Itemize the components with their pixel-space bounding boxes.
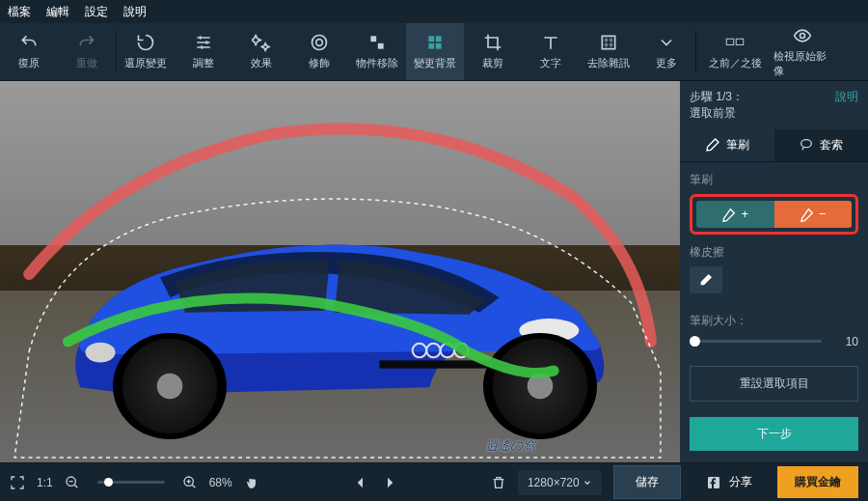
help-link[interactable]: 說明	[835, 89, 858, 105]
zoom-value: 68%	[209, 476, 232, 489]
svg-point-19	[801, 140, 812, 148]
brush-size-label: 筆刷大小：	[690, 313, 858, 329]
change-bg-button[interactable]: 變更背景	[406, 23, 464, 80]
zoom-in-icon	[182, 475, 198, 490]
zoom-out-icon	[65, 475, 80, 490]
eraser-icon	[698, 272, 714, 288]
fit-screen-button[interactable]	[10, 475, 25, 490]
buy-button[interactable]: 購買金鑰	[777, 466, 858, 498]
brush-size-value: 10	[829, 335, 858, 348]
before-after-button[interactable]: 之前／之後	[696, 23, 773, 80]
zoom-out-button[interactable]	[65, 475, 80, 490]
canvas[interactable]: 逍遙の窩	[0, 81, 680, 462]
share-button[interactable]: 分享	[692, 466, 766, 498]
menu-help[interactable]: 說明	[123, 4, 147, 20]
svg-rect-10	[736, 39, 744, 44]
trash-icon	[491, 475, 506, 490]
object-remove-button[interactable]: 物件移除	[348, 23, 406, 80]
effects-button[interactable]: 效果	[232, 23, 290, 80]
menu-bar: 檔案 編輯 設定 說明	[0, 0, 868, 23]
svg-rect-3	[378, 43, 384, 49]
svg-rect-7	[436, 43, 442, 49]
tab-brush[interactable]: 筆刷	[680, 129, 774, 161]
brush-plus-icon	[721, 207, 737, 222]
toolbar: 復原 重做 還原變更 調整 效果 修飾 物件移除 變更背景 裁剪 文字 去除雜訊…	[0, 23, 868, 81]
sidebar: 步驟 1/3：選取前景 說明 筆刷 套索 筆刷 + − 橡皮	[680, 81, 868, 462]
undo-button[interactable]: 復原	[0, 23, 58, 80]
brush-size-slider[interactable]	[690, 340, 822, 343]
more-button[interactable]: 更多	[637, 23, 695, 80]
adjust-button[interactable]: 調整	[175, 23, 232, 80]
revert-button[interactable]: 還原變更	[117, 23, 175, 80]
dimensions-display[interactable]: 1280×720	[518, 470, 602, 495]
next-button[interactable]: 下一步	[690, 417, 858, 451]
svg-point-13	[86, 343, 116, 363]
svg-point-0	[312, 36, 327, 50]
brush-add-button[interactable]: +	[696, 201, 774, 228]
brush-subtract-button[interactable]: −	[774, 201, 853, 228]
brush-mode-group: + −	[690, 194, 858, 235]
svg-point-11	[800, 33, 805, 38]
svg-rect-9	[726, 39, 734, 44]
text-button[interactable]: 文字	[522, 23, 580, 80]
delete-button[interactable]	[491, 475, 506, 490]
next-image-button[interactable]	[382, 475, 397, 490]
image-content: 逍遙の窩	[0, 81, 680, 462]
fullscreen-icon	[10, 475, 25, 490]
pan-button[interactable]	[244, 475, 259, 490]
save-button[interactable]: 儲存	[613, 465, 681, 499]
main-area: 逍遙の窩 步驟 1/3：選取前景 說明 筆刷 套索 筆刷 +	[0, 81, 868, 462]
svg-rect-5	[436, 36, 442, 42]
crop-button[interactable]: 裁剪	[464, 23, 522, 80]
brush-label: 筆刷	[690, 172, 858, 188]
menu-settings[interactable]: 設定	[85, 4, 108, 20]
retouch-button[interactable]: 修飾	[290, 23, 348, 80]
step-indicator: 步驟 1/3：選取前景	[690, 89, 744, 122]
chevron-down-icon	[583, 478, 592, 487]
view-original-button[interactable]: 檢視原始影像	[773, 23, 831, 80]
status-bar: 1:1 68% 1280×720 儲存 分享 購買金鑰	[0, 462, 868, 501]
zoom-in-button[interactable]	[182, 475, 198, 490]
prev-image-button[interactable]	[353, 475, 368, 490]
svg-point-1	[316, 40, 323, 46]
svg-rect-2	[370, 36, 376, 42]
menu-file[interactable]: 檔案	[8, 4, 31, 20]
eraser-label: 橡皮擦	[690, 244, 858, 261]
menu-edit[interactable]: 編輯	[46, 4, 69, 20]
svg-rect-18	[380, 361, 500, 369]
svg-rect-6	[428, 43, 434, 49]
actual-size-button[interactable]: 1:1	[37, 476, 53, 489]
brush-icon	[705, 137, 720, 153]
svg-rect-4	[428, 36, 434, 42]
watermark: 逍遙の窩	[485, 437, 535, 455]
zoom-slider[interactable]	[97, 481, 165, 484]
hand-icon	[244, 475, 259, 490]
denoise-button[interactable]: 去除雜訊	[580, 23, 637, 80]
reset-selection-button[interactable]: 重設選取項目	[690, 366, 858, 402]
redo-button[interactable]: 重做	[58, 23, 116, 80]
brush-minus-icon	[800, 207, 815, 222]
lasso-icon	[799, 137, 814, 153]
facebook-icon	[706, 475, 721, 490]
svg-rect-8	[602, 36, 614, 48]
eraser-button[interactable]	[690, 266, 722, 293]
tab-lasso[interactable]: 套索	[774, 129, 869, 161]
